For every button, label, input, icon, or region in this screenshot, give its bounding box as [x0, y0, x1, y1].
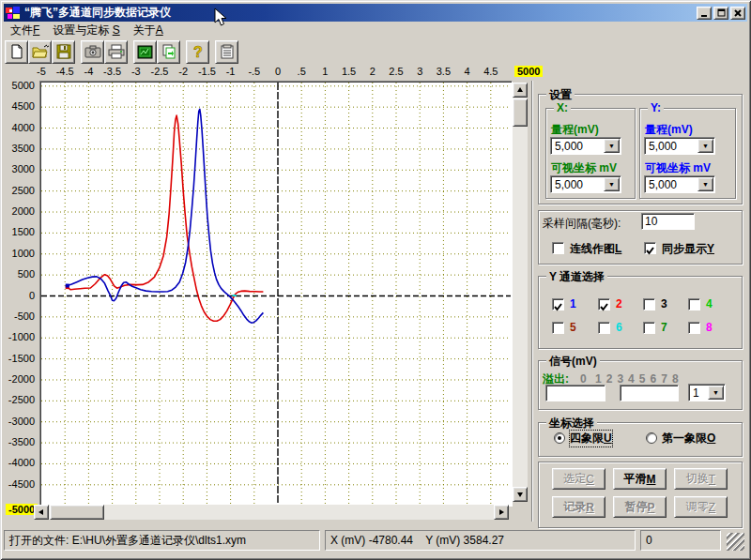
signal-channel-combobox[interactable]: 1 ▼ — [688, 384, 726, 401]
copy-button[interactable] — [157, 40, 180, 64]
print-icon — [108, 44, 125, 59]
chevron-down-icon[interactable]: ▼ — [604, 139, 620, 153]
line-plot-label: 连线作图 — [570, 242, 615, 255]
switch-button: 切换T — [674, 468, 728, 490]
menu-item-2[interactable]: 关于A — [127, 22, 170, 39]
chevron-down-icon[interactable]: ▼ — [697, 139, 713, 153]
y-tick-label: -3500 — [0, 436, 38, 447]
horizontal-scroll-thumb[interactable] — [50, 505, 104, 520]
chevron-down-icon[interactable]: ▼ — [604, 177, 620, 191]
menu-bar: 文件F设置与定标 S关于A — [4, 23, 747, 38]
x-tick-label: -2 — [170, 66, 196, 77]
close-button[interactable] — [730, 7, 745, 20]
x-tick-label: 1.5 — [336, 66, 362, 77]
window-title: “腾飞”多通道同步数据记录仪 — [24, 5, 171, 21]
channel-checkbox-1[interactable] — [552, 298, 564, 310]
channel-checkbox-2[interactable] — [598, 298, 610, 310]
y-tick-label: -2500 — [0, 394, 38, 405]
scroll-left-button[interactable] — [34, 505, 49, 520]
x-tick-label: 2.5 — [383, 66, 409, 77]
y-tick-label: -4000 — [0, 457, 38, 468]
app-icon — [6, 6, 21, 21]
x-visible-combobox[interactable]: 5,000 ▼ — [550, 175, 621, 193]
channel-checkbox-3[interactable] — [643, 298, 655, 310]
panel-separator — [531, 81, 533, 522]
chart-canvas[interactable] — [39, 81, 513, 507]
y-range-label: 量程(mV) — [645, 122, 693, 138]
x-tick-label: -3.5 — [100, 66, 126, 77]
overflow-index-0: 0 — [580, 372, 587, 386]
x-tick-label: 2 — [360, 66, 386, 77]
channel-checkbox-5[interactable] — [552, 322, 564, 334]
overflow-index-6: 6 — [651, 372, 657, 386]
svg-text:?: ? — [193, 44, 203, 60]
overflow-index-8: 8 — [672, 372, 679, 386]
channel-checkbox-4[interactable] — [688, 298, 700, 310]
new-file-icon — [9, 44, 24, 59]
smooth-button[interactable]: 平滑M — [613, 468, 667, 490]
line-plot-checkbox[interactable] — [552, 242, 564, 254]
y-tick-label: 1500 — [0, 226, 38, 237]
x-tick-label: -4 — [75, 66, 101, 77]
x-range-combobox[interactable]: 5,000 ▼ — [550, 137, 621, 155]
chevron-down-icon[interactable]: ▼ — [697, 177, 713, 191]
sampling-interval-input[interactable] — [641, 213, 695, 230]
save-button[interactable] — [52, 40, 75, 64]
overflow-index-5: 5 — [639, 372, 646, 386]
x-tick-label: 0 — [265, 66, 291, 77]
first-quadrant-label: 第一象限 — [662, 431, 707, 445]
horizontal-scrollbar[interactable] — [34, 505, 509, 520]
first-quadrant-radio[interactable] — [646, 432, 657, 444]
y-visible-combobox[interactable]: 5,000 ▼ — [644, 175, 715, 193]
help-button[interactable]: ? — [186, 40, 209, 64]
channel-label-7: 7 — [661, 321, 667, 334]
x-tick-label: -.5 — [241, 66, 268, 77]
channel-checkbox-7[interactable] — [643, 322, 655, 334]
camera-icon — [84, 45, 101, 58]
zero-button: 调零Z — [674, 496, 728, 518]
x-tick-label: -5 — [28, 66, 54, 77]
minimize-button[interactable] — [697, 7, 712, 20]
y-tick-label: 4000 — [0, 122, 38, 133]
channel-checkbox-8[interactable] — [688, 322, 700, 334]
vertical-scrollbar[interactable] — [513, 83, 528, 502]
chevron-down-icon[interactable]: ▼ — [708, 386, 724, 400]
open-folder-button[interactable] — [28, 40, 52, 64]
scroll-up-button[interactable] — [513, 83, 528, 98]
signal-group-title: 信号(mV) — [546, 354, 600, 370]
x-tick-label: -3 — [123, 66, 149, 77]
open-folder-icon — [32, 44, 49, 59]
x-tick-label: 3 — [406, 66, 433, 77]
four-quadrant-radio[interactable] — [554, 432, 565, 444]
channel-select-group: Y 通道选择 — [538, 276, 743, 349]
channel-1-blue-start-marker — [66, 284, 69, 288]
menu-item-0[interactable]: 文件F — [4, 22, 46, 39]
scroll-right-button[interactable] — [494, 505, 509, 520]
print-button[interactable] — [104, 40, 128, 64]
cursor-coordinates-text: X (mV) -4780.44 Y (mV) 3584.27 — [330, 534, 504, 547]
snapshot-button[interactable] — [81, 40, 104, 64]
scroll-down-button[interactable] — [513, 487, 528, 502]
x-tick-label: -1 — [218, 66, 244, 77]
maximize-button[interactable] — [713, 7, 728, 20]
channel-label-4: 4 — [706, 297, 713, 310]
resize-grip[interactable] — [727, 533, 744, 551]
sync-display-checkbox[interactable] — [644, 242, 656, 254]
pause-button: 暂停P — [613, 496, 667, 518]
x-tick-label: 4.5 — [478, 66, 504, 77]
channel-checkbox-6[interactable] — [598, 322, 610, 334]
vertical-scroll-thumb[interactable] — [513, 98, 528, 127]
overflow-index-3: 3 — [617, 372, 623, 386]
x-group-title: X: — [554, 101, 571, 114]
display-button[interactable] — [133, 40, 157, 64]
signal-value-field-1[interactable] — [545, 385, 605, 401]
notes-button[interactable] — [215, 40, 238, 64]
y-range-combobox[interactable]: 5,000 ▼ — [644, 137, 715, 155]
save-icon — [56, 44, 71, 59]
signal-value-field-2[interactable] — [620, 385, 679, 401]
select-button: 选定C — [552, 468, 605, 490]
sync-display-label: 同步显示 — [662, 242, 707, 255]
menu-item-1[interactable]: 设置与定标 S — [46, 22, 126, 39]
new-file-button[interactable] — [5, 40, 28, 64]
record-button: 记录R — [552, 496, 605, 518]
